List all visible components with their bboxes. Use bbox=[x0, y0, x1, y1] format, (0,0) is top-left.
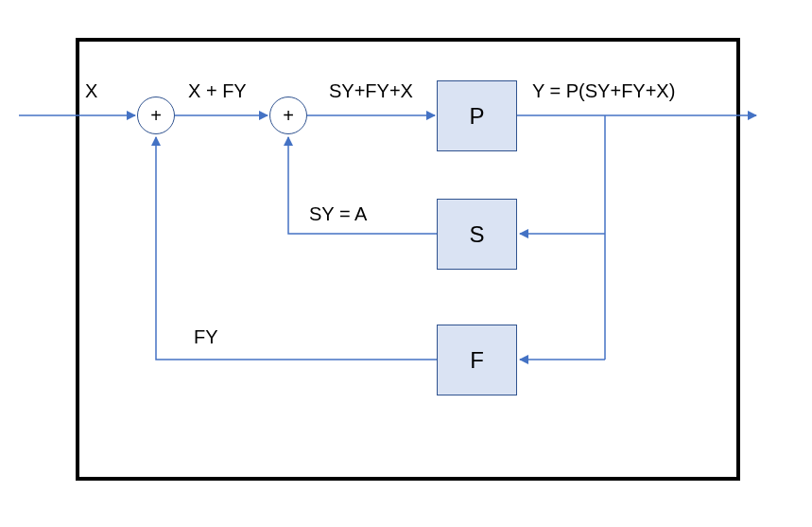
label-output-y: Y = P(SY+FY+X) bbox=[532, 80, 675, 102]
system-boundary bbox=[76, 38, 740, 481]
diagram-canvas: + + P S F X X + FY SY+FY+X Y = P(SY+FY+X… bbox=[0, 0, 812, 527]
block-s: S bbox=[437, 199, 517, 270]
label-after-sum1: X + FY bbox=[188, 80, 247, 102]
block-s-label: S bbox=[469, 221, 484, 248]
label-sy-feedback: SY = A bbox=[309, 203, 367, 225]
summer-1-symbol: + bbox=[150, 105, 162, 127]
block-p-label: P bbox=[469, 103, 484, 130]
label-fy-feedback: FY bbox=[194, 326, 218, 348]
summer-2-symbol: + bbox=[283, 105, 294, 127]
summer-2: + bbox=[269, 97, 307, 134]
label-input-x: X bbox=[85, 80, 97, 102]
block-p: P bbox=[437, 80, 517, 151]
summer-1: + bbox=[137, 97, 175, 134]
label-after-sum2: SY+FY+X bbox=[329, 80, 413, 102]
block-f: F bbox=[437, 325, 517, 395]
block-f-label: F bbox=[470, 347, 484, 374]
